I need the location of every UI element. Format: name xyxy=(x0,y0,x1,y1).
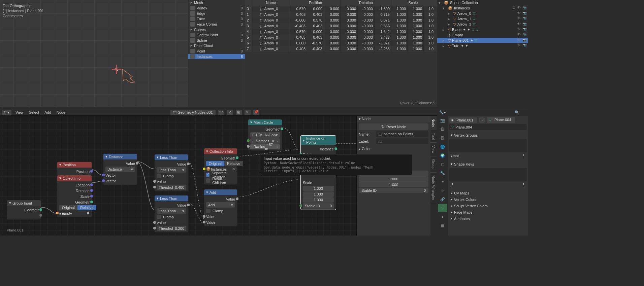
tab-node-wrangler[interactable]: Node Wrangler xyxy=(430,173,437,203)
tab-view[interactable]: View xyxy=(430,143,437,156)
bread-object[interactable]: ■ Plane.001 xyxy=(449,117,477,123)
domain-face-corner[interactable]: Face Corner0 xyxy=(188,22,245,27)
section-face-maps[interactable]: ▸Face Maps xyxy=(449,209,527,215)
props-editor-dropdown[interactable]: 🔧▾ xyxy=(439,110,446,115)
domain-point[interactable]: Point0 xyxy=(188,48,245,54)
3d-viewport[interactable]: Top Orthographic (1) Instances | Plane.0… xyxy=(0,0,188,107)
tab-constraints[interactable]: 🔗 xyxy=(438,195,447,203)
scale-y[interactable]: 1.000 xyxy=(303,191,334,197)
table-row[interactable]: 2⬚ Arrow_0-0.0000.5700.0000.000-0.0000.0… xyxy=(245,17,437,23)
mesh-name-input[interactable]: ▽Plane.004 xyxy=(449,124,527,130)
node-position[interactable]: ▾Position Position xyxy=(57,162,92,176)
sidebar-color-section[interactable]: ▸ Color xyxy=(359,147,428,151)
col-position[interactable]: Position xyxy=(290,0,341,6)
fake-user-button[interactable]: 🛡 xyxy=(218,110,224,115)
less1-mode[interactable]: Less Than▾ xyxy=(157,167,186,173)
domain-instances[interactable]: Instances8 xyxy=(188,54,245,59)
section-vertex-groups[interactable]: ▾Vertex Groups xyxy=(449,132,527,138)
less2-mode[interactable]: Less Than▾ xyxy=(157,208,186,214)
domain-edge[interactable]: Edge0 xyxy=(188,11,245,16)
outliner-blade[interactable]: ▸▽Blade✦✦▽▽👁📷 xyxy=(437,27,528,32)
tab-modifiers[interactable]: 🔧 xyxy=(438,169,447,177)
table-row[interactable]: 0⬚ Arrow_00.5700.0000.0000.000-0.000-1.5… xyxy=(245,6,437,12)
outliner-collection-instances[interactable]: ▾📦Instances☑👁📷 xyxy=(437,5,528,11)
domain-spline[interactable]: Spline0 xyxy=(188,38,245,43)
section-attributes[interactable]: ▸Attributes xyxy=(449,215,527,222)
table-row[interactable]: 6⬚ Arrow_00.000-0.5700.0000.000-0.000-3.… xyxy=(245,40,437,46)
outliner-arrow-1[interactable]: ▸▽Arrow_1▽👁📷 xyxy=(437,16,528,22)
outliner-arrow-0[interactable]: ▸▽Arrow_0▽👁📷 xyxy=(437,11,528,16)
add-clamp[interactable]: Clamp xyxy=(206,208,235,214)
shape-keys-list[interactable] xyxy=(449,168,527,181)
stable-id[interactable]: Stable ID0 xyxy=(303,203,334,209)
sk-options[interactable]: ⋮ xyxy=(522,183,525,187)
node-less-than-2[interactable]: ▾Less Than Value Less Than▾ Clamp Value … xyxy=(154,195,189,233)
section-sculpt-vertex-colors[interactable]: ▸Sculpt Vertex Colors xyxy=(449,203,527,209)
tab-world[interactable]: 🌍 xyxy=(438,151,447,159)
section-shape-keys[interactable]: ▾Shape Keys xyxy=(449,161,527,167)
menu-view[interactable]: View xyxy=(14,110,25,114)
tab-data-mesh[interactable]: ▽ xyxy=(438,204,447,212)
tab-viewlayer[interactable]: 🖼 xyxy=(438,134,447,142)
node-editor[interactable]: ▾Group Input Geometr ▾Position Position … xyxy=(0,116,356,236)
sidebar-scale-z[interactable]: 1.000 xyxy=(359,182,428,187)
table-row[interactable]: 4⬚ Arrow_0-0.570-0.0000.0000.000-0.0001.… xyxy=(245,29,437,35)
bread-mesh[interactable]: ▽ Plane.004 xyxy=(487,117,515,123)
sidebar-scale-y[interactable]: 1.000 xyxy=(359,176,428,182)
node-name-input[interactable]: ⬚ Instance on Points xyxy=(376,131,428,137)
coll-transform-toggle[interactable]: OriginalRelative xyxy=(206,161,235,166)
domain-vertex[interactable]: Vertex0 xyxy=(188,5,245,11)
tab-object[interactable]: ▢ xyxy=(438,160,447,168)
outliner-tute[interactable]: ▸▽Tute✦✦👁📷 xyxy=(437,43,528,48)
tab-tool[interactable]: Tool xyxy=(430,130,437,143)
outliner-scene[interactable]: ▾📦Scene Collection xyxy=(437,0,528,5)
col-scale[interactable]: Scale xyxy=(391,0,435,6)
node-collection-info[interactable]: ▾Collection Info Geometr OriginalRelativ… xyxy=(204,148,237,185)
tab-texture[interactable]: ▦ xyxy=(438,221,447,229)
radius-input[interactable]: Radius↔57 m xyxy=(250,144,280,149)
node-less-than-1[interactable]: ▾Less Than Value Less Than▾ Clamp Value … xyxy=(154,154,189,191)
pin-button[interactable]: 📌 xyxy=(253,110,259,115)
vg-specials[interactable]: ▸that xyxy=(451,154,459,158)
col-name[interactable]: Name xyxy=(252,0,290,6)
menu-node[interactable]: Node xyxy=(55,110,67,114)
table-row[interactable]: 3⬚ Arrow_0-0.4030.4030.0000.000-0.0000.8… xyxy=(245,23,437,29)
node-object-info[interactable]: ▾Object Info Location Rotation Scale Geo… xyxy=(57,175,92,217)
node-add[interactable]: ▾Add Value Add▾ Clamp Value Value xyxy=(204,189,237,226)
node-group-input[interactable]: ▾Group Input Geometr xyxy=(7,200,41,220)
domain-face[interactable]: Face0 xyxy=(188,16,245,22)
table-row[interactable]: 7⬚ Arrow_00.403-0.4030.0000.000-0.000-2.… xyxy=(245,46,437,52)
node-distance[interactable]: ▾Distance Value Distance▾ Vector Vector xyxy=(103,153,137,185)
add-mode[interactable]: Add▾ xyxy=(206,202,235,208)
section-uv-maps[interactable]: ▸UV Maps xyxy=(449,190,527,196)
less1-clamp[interactable]: Clamp xyxy=(157,173,186,179)
node-label-input[interactable]: ⬚ xyxy=(376,138,428,144)
outliner-plane-001[interactable]: ▸▽Plane.001✦▽👁📷 xyxy=(437,38,528,43)
scale-x[interactable]: 1.000 xyxy=(303,186,334,191)
tab-particles[interactable]: ✦ xyxy=(438,178,447,186)
sidebar-stable-id[interactable]: Stable ID0 xyxy=(359,188,428,193)
fill-type[interactable]: Fill Ty...N-Gon▾ xyxy=(250,132,280,138)
table-row[interactable]: 1⬚ Arrow_00.4030.4030.0000.000-0.000-0.7… xyxy=(245,12,437,17)
new-button[interactable]: ⊞ xyxy=(236,110,242,115)
tab-group[interactable]: Group xyxy=(430,156,437,173)
reset-children[interactable]: Reset Children xyxy=(206,178,235,183)
props-search[interactable]: 🔍 xyxy=(513,110,526,115)
domain-control-point[interactable]: Control Point0 xyxy=(188,32,245,38)
unlink-button[interactable]: ✕ xyxy=(245,110,251,115)
menu-add[interactable]: Add xyxy=(43,110,53,114)
col-rotation[interactable]: Rotation xyxy=(341,0,391,6)
outliner-arrow-3[interactable]: ▸▽Arrow_3▽👁📷 xyxy=(437,22,528,27)
editor-type-dropdown[interactable]: ⬚▾ xyxy=(2,110,11,115)
tab-scene[interactable]: 🌐 xyxy=(438,143,447,151)
tab-material[interactable]: ● xyxy=(438,213,447,221)
scale-z[interactable]: 1.000 xyxy=(303,197,334,203)
outliner-empty[interactable]: ⊹Empty👁📷 xyxy=(437,32,528,38)
tab-physics[interactable]: ⚛ xyxy=(438,186,447,194)
tab-render[interactable]: 📷 xyxy=(438,116,447,124)
less2-clamp[interactable]: Clamp xyxy=(157,214,186,220)
sidebar-section-node[interactable]: ▾ Node xyxy=(357,116,430,122)
sk-specials[interactable]: ⋮ xyxy=(451,183,454,187)
node-mesh-circle[interactable]: ▾Mesh Circle Geometr Fill Ty...N-Gon▾ Ve… xyxy=(248,119,282,151)
collection-input[interactable]: 📦 Instances✕ xyxy=(206,166,235,172)
